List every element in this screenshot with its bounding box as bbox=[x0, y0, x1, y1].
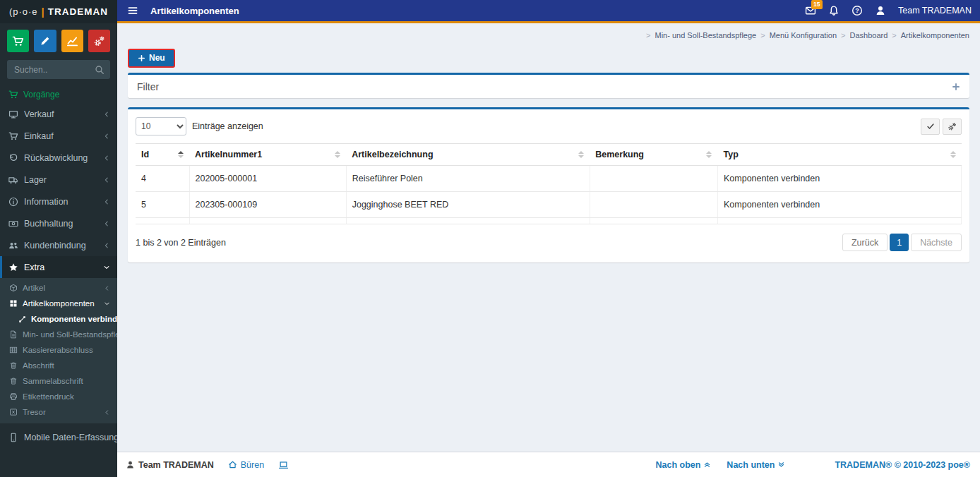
sidebar-item-information[interactable]: Information bbox=[0, 191, 117, 212]
quick-edit-button[interactable] bbox=[34, 30, 56, 52]
submenu-item-komponenten-verbinden[interactable]: Komponenten verbinden bbox=[0, 311, 117, 327]
submenu-item-tresor[interactable]: Tresor bbox=[0, 404, 117, 420]
home-icon bbox=[228, 460, 237, 469]
sidebar-item-einkauf[interactable]: Einkauf bbox=[0, 125, 117, 147]
messages-badge: 15 bbox=[811, 0, 822, 9]
chevron-left-icon bbox=[103, 133, 110, 140]
submenu-item-label: Tresor bbox=[23, 408, 46, 416]
copyright-text: TRADEMAN® © 2010-2023 poe® bbox=[835, 460, 970, 470]
page-title: Artikelkomponenten bbox=[150, 6, 239, 16]
footer-workstation-button[interactable] bbox=[278, 460, 289, 470]
search-icon[interactable] bbox=[95, 65, 104, 75]
content-area: > Min- und Soll-Bestandspflege > Menü Ko… bbox=[117, 23, 980, 452]
sort-icon bbox=[574, 151, 584, 158]
cell-typ: Komponenten verbinden bbox=[717, 166, 961, 192]
help-button[interactable] bbox=[851, 5, 863, 16]
column-header-bemerkung[interactable]: Bemerkung bbox=[590, 144, 717, 166]
table-row[interactable]: 4 202005-000001 Reiseführer Polen Kompon… bbox=[136, 166, 962, 192]
pagination-page-1[interactable]: 1 bbox=[890, 234, 909, 251]
breadcrumb-separator: > bbox=[646, 31, 650, 40]
breadcrumb-item[interactable]: Min- und Soll-Bestandspflege bbox=[655, 31, 757, 40]
chevron-left-icon bbox=[104, 285, 110, 291]
submenu-item-sammelabschrift[interactable]: Sammelabschrift bbox=[0, 373, 117, 389]
logo-divider: | bbox=[42, 6, 44, 18]
sidebar-item-mobile-daten-erfassung[interactable]: Mobile Daten-Erfassung bbox=[0, 426, 117, 448]
table-row[interactable]: 5 202305-000109 Jogginghose BEET RED Kom… bbox=[136, 192, 962, 218]
brand-logo[interactable]: (p·o·e | TRADEMAN bbox=[0, 0, 117, 23]
breadcrumb-item[interactable]: Menü Konfiguration bbox=[770, 31, 837, 40]
sidebar-item-verkauf[interactable]: Verkauf bbox=[0, 103, 117, 125]
topbar: Artikelkomponenten 15 Team TRADEMAN bbox=[117, 0, 980, 23]
messages-button[interactable]: 15 bbox=[805, 5, 816, 16]
cell-artikelnummer1: 202305-000109 bbox=[189, 192, 346, 218]
column-header-artikelbezeichnung[interactable]: Artikelbezeichnung bbox=[346, 144, 590, 166]
quick-cart-button[interactable] bbox=[7, 30, 29, 52]
submenu-item-artikelkomponenten[interactable]: Artikelkomponenten bbox=[0, 296, 117, 311]
grid-icon bbox=[9, 299, 18, 308]
star-icon bbox=[8, 262, 18, 272]
footer-scroll-nav: Nach oben Nach unten bbox=[655, 460, 785, 470]
cell-typ: Komponenten verbinden bbox=[717, 192, 961, 218]
pagination-next-button[interactable]: Nächste bbox=[911, 234, 962, 251]
table-settings-button[interactable] bbox=[943, 119, 962, 135]
sidebar-item-label: Mobile Daten-Erfassung bbox=[24, 433, 119, 442]
truck-icon bbox=[8, 175, 18, 185]
sidebar-item-rueckabwicklung[interactable]: Rückabwicklung bbox=[0, 147, 117, 169]
quick-chart-button[interactable] bbox=[61, 30, 83, 52]
quick-settings-button[interactable] bbox=[88, 30, 110, 52]
sidebar-item-buchhaltung[interactable]: Buchhaltung bbox=[0, 212, 117, 234]
hamburger-icon[interactable] bbox=[127, 5, 138, 16]
column-header-typ[interactable]: Typ bbox=[717, 144, 961, 166]
scroll-to-bottom-link[interactable]: Nach unten bbox=[727, 460, 785, 470]
monitor-icon bbox=[8, 109, 18, 119]
table-tool-buttons bbox=[921, 119, 962, 135]
chevron-left-icon bbox=[104, 409, 110, 416]
submenu-item-label: Etikettendruck bbox=[23, 392, 74, 401]
chevron-left-icon bbox=[103, 155, 110, 162]
submenu-item-artikel[interactable]: Artikel bbox=[0, 280, 117, 296]
submenu-item-abschrift[interactable]: Abschrift bbox=[0, 358, 117, 373]
cell-artikelbezeichnung: Reiseführer Polen bbox=[346, 166, 590, 192]
main-area: Artikelkomponenten 15 Team TRADEMAN bbox=[117, 0, 980, 477]
scroll-to-top-link[interactable]: Nach oben bbox=[655, 460, 711, 470]
new-button[interactable]: Neu bbox=[128, 49, 175, 68]
quick-actions bbox=[0, 23, 117, 55]
submenu-item-kassiererabschluss[interactable]: Kassiererabschluss bbox=[0, 342, 117, 358]
select-columns-button[interactable] bbox=[921, 119, 940, 135]
footer-location-link[interactable]: Büren bbox=[228, 460, 264, 470]
cell-bemerkung bbox=[590, 166, 717, 192]
sidebar-item-extra[interactable]: Extra bbox=[0, 256, 117, 278]
filter-expand-button[interactable] bbox=[952, 83, 960, 91]
user-icon bbox=[875, 5, 886, 16]
plus-icon bbox=[138, 54, 145, 62]
column-header-id[interactable]: Id bbox=[136, 144, 189, 166]
cell-artikelnummer1: 202005-000001 bbox=[189, 166, 346, 192]
notifications-button[interactable] bbox=[828, 5, 839, 16]
sidebar-search bbox=[7, 60, 110, 79]
table-empty-row bbox=[136, 218, 962, 224]
user-menu-button[interactable] bbox=[875, 5, 886, 16]
breadcrumb-separator: > bbox=[760, 31, 765, 40]
submenu-item-label: Sammelabschrift bbox=[23, 377, 83, 385]
breadcrumb-item[interactable]: Dashboard bbox=[850, 31, 888, 40]
submenu-item-etikettendruck[interactable]: Etikettendruck bbox=[0, 389, 117, 404]
document-icon bbox=[9, 330, 18, 339]
column-header-artikelnummer1[interactable]: Artikelnummer1 bbox=[189, 144, 346, 166]
pagination-prev-button[interactable]: Zurück bbox=[842, 234, 888, 251]
table-icon bbox=[9, 346, 18, 354]
cart-icon bbox=[8, 90, 18, 99]
page-size-select[interactable]: 10 bbox=[136, 117, 186, 135]
topbar-actions: 15 Team TRADEMAN bbox=[805, 5, 972, 16]
search-input[interactable] bbox=[13, 64, 95, 76]
sidebar-item-label: Rückabwicklung bbox=[24, 153, 88, 163]
sidebar-item-kundenbindung[interactable]: Kundenbindung bbox=[0, 234, 117, 256]
submenu-item-min-soll-bestandspflege[interactable]: Min- und Soll-Bestandspflege bbox=[0, 327, 117, 342]
user-name-label[interactable]: Team TRADEMAN bbox=[898, 6, 972, 16]
sidebar-item-label: Extra bbox=[24, 262, 44, 272]
sort-icon bbox=[330, 151, 340, 158]
breadcrumb-separator: > bbox=[892, 31, 896, 40]
sort-icon bbox=[174, 151, 184, 158]
check-icon bbox=[926, 122, 935, 131]
sidebar-item-lager[interactable]: Lager bbox=[0, 169, 117, 191]
banknote-icon bbox=[8, 219, 18, 229]
